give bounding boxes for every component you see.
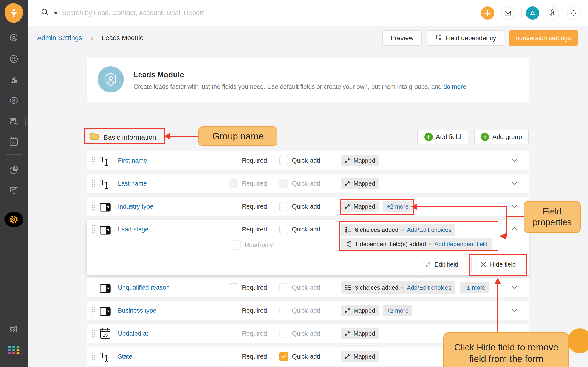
dropdown-field-icon <box>99 226 111 236</box>
drag-handle-icon[interactable] <box>91 329 95 339</box>
email-icon[interactable] <box>501 6 515 20</box>
field-row-last-name: T Last name Required Quick-add Mapped <box>86 174 529 193</box>
annotation-field-properties: Field properties <box>524 201 581 233</box>
dot-separator <box>401 229 404 231</box>
more-badge[interactable]: +2 more <box>383 305 412 316</box>
required-checkbox[interactable] <box>229 283 238 292</box>
drag-handle-icon[interactable] <box>91 225 95 235</box>
drag-handle-icon[interactable] <box>91 352 95 362</box>
add-dependent-field-link[interactable]: Add dependent field <box>434 241 487 248</box>
announcements-icon[interactable] <box>8 324 19 335</box>
field-name-link[interactable]: Unqualified reason <box>118 284 170 291</box>
required-checkbox[interactable] <box>229 156 238 165</box>
chat-widget-button[interactable] <box>567 328 588 353</box>
quick-add-checkbox[interactable] <box>279 352 288 361</box>
notifications-icon[interactable] <box>567 6 580 20</box>
dashboard-icon[interactable] <box>9 185 19 197</box>
contacts-icon[interactable] <box>9 54 19 65</box>
field-name-link[interactable]: Business type <box>118 307 156 314</box>
choices-list-icon <box>345 227 352 233</box>
accounts-icon[interactable] <box>9 75 19 86</box>
link-icon <box>345 158 351 164</box>
do-more-link[interactable]: do more. <box>443 83 468 90</box>
field-dependency-button[interactable]: Field dependency <box>426 30 504 46</box>
leads-icon[interactable] <box>9 33 19 44</box>
add-field-button[interactable]: + Add field <box>417 130 468 144</box>
preview-button[interactable]: Preview <box>382 30 422 46</box>
search-icon[interactable] <box>40 8 50 18</box>
add-icon[interactable] <box>481 6 494 20</box>
field-name-link[interactable]: Updated at <box>118 330 148 337</box>
quick-add-label: Quick-add <box>292 157 320 164</box>
text-field-icon: T <box>99 155 110 167</box>
field-row-first-name: T First name Required Quick-add Mapped <box>86 151 529 170</box>
app-grid-icon[interactable] <box>8 346 19 354</box>
required-checkbox[interactable] <box>229 306 238 315</box>
more-badge[interactable]: +1 more <box>460 282 489 293</box>
quick-add-label: Quick-add <box>292 180 320 187</box>
calendar-icon[interactable]: 23 <box>9 136 19 148</box>
chevron-down-icon[interactable] <box>510 204 519 209</box>
field-name-link[interactable]: State <box>118 353 132 360</box>
field-row-business-type: Business type Required Quick-add Mapped … <box>86 301 529 320</box>
required-checkbox[interactable] <box>229 202 238 211</box>
field-name-link[interactable]: First name <box>118 157 147 164</box>
divider <box>334 200 334 213</box>
topbar-divider <box>474 8 474 18</box>
quick-add-checkbox[interactable] <box>279 225 288 234</box>
settings-icon[interactable] <box>4 212 23 227</box>
field-name-link[interactable]: Last name <box>118 180 147 187</box>
link-icon <box>345 331 351 336</box>
conversations-kebab-icon[interactable] <box>25 118 26 125</box>
chevron-down-icon[interactable] <box>510 285 519 290</box>
mapped-badge: Mapped <box>341 328 379 339</box>
reports-icon[interactable] <box>9 165 19 176</box>
required-label: Required <box>242 180 267 187</box>
drag-handle-icon[interactable] <box>91 156 95 166</box>
drag-handle-icon[interactable] <box>91 306 95 316</box>
breadcrumb-admin-settings-link[interactable]: Admin Settings <box>37 34 82 42</box>
hide-field-button[interactable]: Hide field <box>471 256 525 273</box>
module-card: Leads Module Create leads faster with ju… <box>86 58 529 102</box>
search-caret-down-icon[interactable] <box>54 12 58 14</box>
quick-add-label: Quick-add <box>292 330 320 337</box>
link-icon <box>345 308 351 314</box>
field-name-link[interactable]: Lead stage <box>118 226 149 233</box>
required-checkbox[interactable] <box>229 352 238 361</box>
quick-add-checkbox[interactable] <box>279 156 288 165</box>
rocket-icon[interactable] <box>546 6 559 20</box>
topbar: G <box>27 0 588 26</box>
annotation-arrowhead <box>411 203 417 210</box>
quick-add-label: Quick-add <box>292 226 320 233</box>
quick-add-label: Quick-add <box>292 307 320 314</box>
quick-add-checkbox[interactable] <box>279 202 288 211</box>
conversations-icon[interactable] <box>8 116 19 127</box>
freshworks-switcher-icon[interactable] <box>526 6 539 20</box>
sidebar: $ 23 <box>0 0 27 367</box>
breadcrumb-separator: › <box>91 34 93 42</box>
quick-add-label: Quick-add <box>292 284 320 291</box>
field-name-link[interactable]: Industry type <box>118 203 153 210</box>
add-edit-choices-link[interactable]: Add/Edit choices <box>407 226 451 234</box>
drag-handle-icon[interactable] <box>91 179 95 189</box>
read-only-label: Read-only <box>245 242 273 249</box>
add-group-button[interactable]: + Add group <box>474 130 529 144</box>
required-checkbox[interactable] <box>229 225 238 234</box>
divider <box>334 177 334 190</box>
more-badge[interactable]: +2 more <box>383 201 412 212</box>
mapped-badge: Mapped <box>341 305 379 316</box>
freshworks-logo-icon[interactable] <box>5 3 23 23</box>
chevron-down-icon[interactable] <box>510 181 519 186</box>
chevron-down-icon[interactable] <box>510 308 519 313</box>
chevron-down-icon[interactable] <box>510 158 519 163</box>
leads-module-icon <box>98 66 124 92</box>
dot-separator <box>401 287 404 289</box>
deals-icon[interactable]: $ <box>8 95 19 106</box>
annotation-arrowhead <box>500 233 506 240</box>
drag-handle-icon[interactable] <box>91 202 95 212</box>
conversion-settings-button[interactable]: conversion settings <box>509 30 578 46</box>
chevron-up-icon[interactable] <box>510 227 519 232</box>
search-input[interactable] <box>62 9 264 17</box>
add-edit-choices-link[interactable]: Add/Edit choices <box>407 284 451 291</box>
edit-field-button[interactable]: Edit field <box>417 256 466 273</box>
